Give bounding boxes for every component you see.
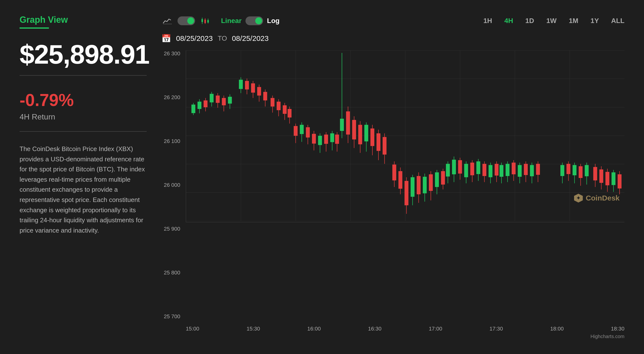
svg-rect-80 [458,160,462,173]
svg-rect-102 [566,164,570,174]
candle-6 [222,95,226,111]
candle-8 [239,77,243,93]
svg-rect-6 [207,20,209,23]
svg-rect-40 [251,83,255,93]
graph-view-label: Graph View [20,15,147,25]
svg-rect-136 [392,164,396,181]
log-label[interactable]: Log [267,17,280,25]
svg-rect-28 [210,94,214,102]
svg-rect-96 [530,165,534,176]
y-axis-labels: 26 300 26 200 26 100 26 000 25 900 25 80… [164,50,180,320]
svg-rect-146 [446,164,450,176]
candle-3 [204,98,208,111]
tf-1d[interactable]: 1D [526,16,534,26]
linear-log-thumb [255,17,262,24]
tf-1h[interactable]: 1H [483,16,492,26]
candle-13 [294,124,298,143]
date-from: 08/25/2023 [176,34,213,43]
x-label-1530: 15:30 [246,326,260,332]
date-to-label: TO [218,35,227,42]
x-label-1830: 18:30 [611,326,624,332]
tf-1w[interactable]: 1W [546,16,556,26]
svg-rect-148 [482,164,486,176]
timeframe-row: 1H 4H 1D 1W 1M 1Y ALL [483,16,624,26]
svg-rect-54 [340,119,344,131]
svg-rect-36 [239,80,243,89]
y-label-5: 25 800 [164,270,180,276]
svg-rect-120 [271,98,274,106]
graph-view-underline [20,28,49,29]
return-label: 4H Return [20,112,147,121]
svg-rect-74 [410,177,414,197]
svg-rect-72 [405,181,408,205]
chart-area[interactable]: ✦ CoinDesk [186,50,624,222]
coindesk-logo-text: CoinDesk [586,194,620,202]
candle-2 [198,99,202,113]
tf-1y[interactable]: 1Y [590,16,599,26]
candle-43 [579,164,583,186]
svg-rect-46 [294,126,298,136]
candle-28 [416,172,420,203]
svg-rect-50 [306,127,310,138]
svg-rect-142 [435,172,439,187]
svg-rect-64 [370,128,374,146]
svg-rect-116 [612,172,616,185]
candle-10 [251,81,255,98]
candle-23 [376,130,380,160]
linear-log-toggle[interactable] [246,17,263,25]
svg-rect-106 [579,166,583,178]
svg-rect-124 [283,105,286,114]
svg-rect-132 [330,133,334,142]
candle-15 [306,125,310,144]
candlestick-icon[interactable] [199,15,211,27]
y-label-0: 26 300 [164,50,180,57]
svg-rect-44 [263,92,267,100]
tf-1m[interactable]: 1M [569,16,578,26]
candle-5 [216,93,220,108]
svg-rect-84 [470,162,474,175]
svg-rect-94 [524,164,528,175]
svg-rect-90 [512,162,516,174]
y-label-1: 26 200 [164,94,180,101]
price-change: -0.79% [20,90,147,110]
tf-4h[interactable]: 4H [504,16,513,26]
candle-41 [566,161,570,181]
chart-type-icons [161,15,211,27]
candle-34 [506,161,510,182]
controls-row: Linear Log 1H 4H 1D 1W 1M 1Y ALL [161,15,624,27]
toggle-thumb [187,17,194,24]
candle-7 [228,94,232,109]
svg-rect-82 [464,164,468,177]
chart-type-toggle[interactable] [178,17,195,25]
svg-rect-26 [204,100,208,107]
y-label-4: 25 900 [164,226,180,232]
y-label-3: 26 000 [164,182,180,188]
candle-31 [464,161,468,183]
candle-22 [370,125,374,155]
tf-all[interactable]: ALL [611,16,624,26]
svg-rect-128 [318,136,322,145]
svg-rect-100 [560,165,564,176]
svg-rect-118 [618,174,622,189]
candle-1 [192,103,195,115]
candle-12 [263,89,267,106]
candle-25 [398,167,402,194]
svg-rect-62 [364,125,368,141]
x-label-1630: 16:30 [368,326,382,332]
svg-rect-154 [500,165,504,177]
svg-rect-58 [352,120,356,139]
svg-rect-76 [416,176,420,194]
svg-rect-60 [358,125,362,144]
linear-label[interactable]: Linear [221,17,242,25]
candle-40 [560,162,564,183]
svg-rect-112 [599,169,603,183]
svg-rect-48 [300,125,304,134]
candle-14 [300,122,304,142]
description-divider [20,131,147,132]
svg-rect-70 [398,171,402,189]
svg-rect-2 [202,19,203,22]
svg-rect-104 [572,165,576,175]
svg-rect-140 [429,174,433,191]
line-chart-icon[interactable] [161,15,174,27]
candle-46 [599,166,603,190]
